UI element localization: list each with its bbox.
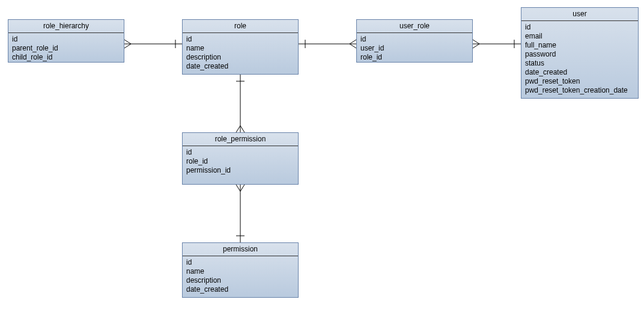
entity-title: permission <box>183 243 298 256</box>
svg-line-10 <box>473 44 479 48</box>
attr: id <box>186 258 294 267</box>
entity-title: role_hierarchy <box>8 20 124 33</box>
entity-title: user_role <box>357 20 472 33</box>
attr: id <box>186 148 294 157</box>
attr: pwd_reset_token <box>525 77 634 86</box>
svg-line-18 <box>240 185 245 191</box>
attr: date_created <box>525 68 634 77</box>
svg-line-17 <box>236 185 240 191</box>
er-diagram: role_hierarchy id parent_role_id child_r… <box>0 0 644 317</box>
attr: child_role_id <box>12 53 120 62</box>
entity-role: role id name description date_created <box>182 19 299 75</box>
attr: parent_role_id <box>12 44 120 53</box>
svg-line-9 <box>473 40 479 44</box>
entity-attrs: id name description date_created <box>183 33 298 75</box>
entity-attrs: id email full_name password status date_… <box>521 21 638 99</box>
svg-line-7 <box>350 44 356 48</box>
attr: date_created <box>186 62 294 71</box>
entity-role-hierarchy: role_hierarchy id parent_role_id child_r… <box>8 19 124 63</box>
attr: permission_id <box>186 166 294 175</box>
svg-line-15 <box>240 126 245 132</box>
rel-role-userrole <box>299 40 356 48</box>
attr: description <box>186 276 294 285</box>
entity-title: role_permission <box>183 133 298 146</box>
attr: full_name <box>525 41 634 50</box>
attr: status <box>525 59 634 68</box>
entity-permission: permission id name description date_crea… <box>182 242 299 298</box>
entity-user-role: user_role id user_id role_id <box>356 19 473 63</box>
attr: user_id <box>360 44 469 53</box>
attr: name <box>186 44 294 53</box>
entity-attrs: id parent_role_id child_role_id <box>8 33 124 66</box>
attr: pwd_reset_token_creation_date <box>525 86 634 95</box>
attr: id <box>12 35 120 44</box>
entity-user: user id email full_name password status … <box>521 7 639 99</box>
attr: date_created <box>186 285 294 294</box>
entity-role-permission: role_permission id role_id permission_id <box>182 132 299 185</box>
entity-attrs: id role_id permission_id <box>183 146 298 179</box>
attr: description <box>186 53 294 62</box>
rel-role-rolepermission <box>236 75 245 132</box>
attr: name <box>186 267 294 276</box>
entity-attrs: id name description date_created <box>183 256 298 298</box>
entity-title: user <box>521 8 638 21</box>
attr: id <box>525 23 634 32</box>
svg-line-2 <box>124 44 131 48</box>
attr: password <box>525 50 634 59</box>
entity-title: role <box>183 20 298 33</box>
attr: id <box>360 35 469 44</box>
svg-line-6 <box>350 40 356 44</box>
svg-line-14 <box>236 126 240 132</box>
attr: role_id <box>360 53 469 62</box>
rel-userrole-user <box>473 40 521 48</box>
attr: id <box>186 35 294 44</box>
svg-line-1 <box>124 40 131 44</box>
rel-rolepermission-permission <box>236 185 245 242</box>
entity-attrs: id user_id role_id <box>357 33 472 66</box>
attr: role_id <box>186 157 294 166</box>
rel-rolehierarchy-role <box>124 40 182 48</box>
attr: email <box>525 32 634 41</box>
